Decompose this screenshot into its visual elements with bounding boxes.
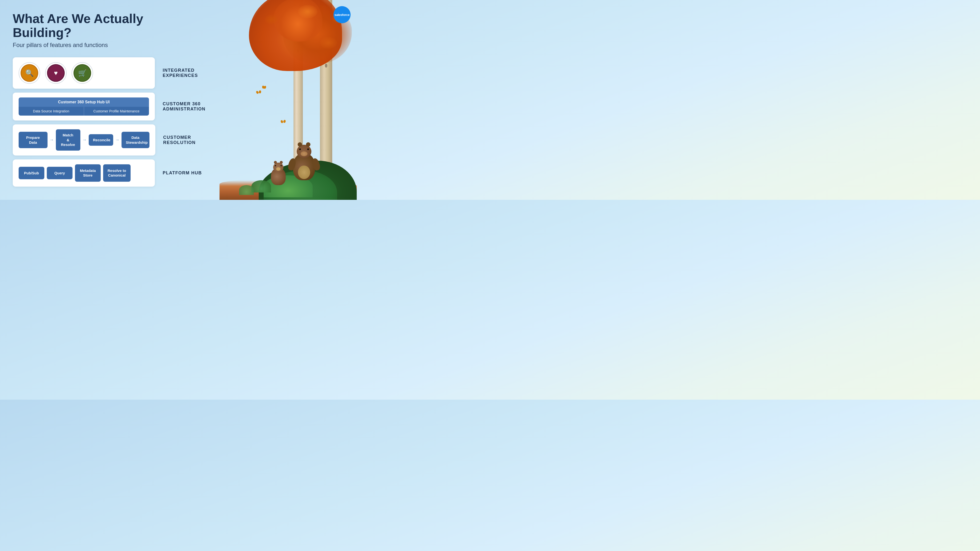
leaf-cluster-2 [298, 5, 318, 18]
pillar-card-platform: Pub/Sub Query MetadataStore Resolve toCa… [13, 159, 155, 187]
icons-row: 🔍 ♥ 🛒 [19, 62, 93, 84]
bear-eye-left [299, 148, 301, 150]
platform-flow: Pub/Sub Query MetadataStore Resolve toCa… [19, 164, 130, 182]
foliage-main [249, 0, 342, 71]
res-step-reconcile: Reconcile [89, 134, 113, 146]
arrow-icon-1: → [49, 137, 54, 143]
pillar-row-platform: Pub/Sub Query MetadataStore Resolve toCa… [13, 159, 201, 187]
pillar-label-integrated: INTEGRATED EXPERIENCES [163, 68, 216, 78]
icon-border-cart: 🛒 [72, 62, 93, 84]
search-icon: 🔍 [25, 69, 34, 77]
foliage-sub2 [274, 0, 323, 41]
leaf-cluster-4 [320, 37, 337, 49]
bear-small-snout [276, 167, 280, 171]
heart-icon-circle: ♥ [47, 64, 65, 82]
admin-top-bar: Customer 360 Setup Hub UI [19, 97, 149, 107]
salesforce-badge: salesforce [333, 6, 351, 23]
bush-dark [259, 160, 357, 200]
plat-step-query: Query [47, 167, 73, 179]
butterfly-2 [262, 86, 266, 88]
bear-small-eye-right [280, 165, 282, 166]
butterfly-1 [256, 90, 261, 94]
bush-light [264, 175, 313, 197]
main-content: What Are We Actually Building? Four pill… [0, 0, 213, 194]
heart-icon: ♥ [54, 69, 57, 77]
bush-small-2 [239, 185, 254, 195]
tree-trunk-right [320, 0, 332, 195]
bear-small-eye-left [275, 165, 276, 166]
bear-small-ear-right [280, 161, 283, 164]
bear-ear-left [298, 142, 302, 147]
bush-small [251, 180, 271, 192]
pillar-row-admin: Customer 360 Setup Hub UI Data Source In… [13, 92, 201, 121]
plat-step-metadata: MetadataStore [75, 164, 101, 182]
leaf-cluster-3 [265, 15, 278, 24]
admin-item-profile: Customer Profile Maintenance [84, 107, 149, 116]
pillar-row-resolution: Prepare Data → Match& Resolve → Reconcil… [13, 124, 201, 156]
page-subtitle: Four pillars of features and functions [13, 41, 201, 49]
pillars-container: 🔍 ♥ 🛒 INTEGRATED EXPERIENCES [13, 57, 201, 187]
arrow-icon-2: → [82, 137, 87, 143]
plat-step-pubsub: Pub/Sub [19, 167, 45, 179]
bear-ear-right [306, 142, 310, 147]
bear-main [293, 153, 315, 180]
pillar-card-resolution: Prepare Data → Match& Resolve → Reconcil… [13, 124, 155, 156]
res-step-stewardship: DataStewardship [121, 132, 150, 148]
icon-border-heart: ♥ [45, 62, 67, 84]
ground-cover [220, 180, 357, 200]
butterfly-3 [280, 120, 286, 124]
pillar-card-integrated: 🔍 ♥ 🛒 [13, 57, 155, 89]
bear-small-ear-left [274, 161, 277, 164]
admin-item-datasource: Data Source Integration [19, 107, 84, 116]
admin-bottom-row: Data Source Integration Customer Profile… [19, 107, 149, 116]
res-step-match: Match& Resolve [56, 129, 80, 151]
cart-icon: 🛒 [78, 69, 87, 77]
pillar-card-admin: Customer 360 Setup Hub UI Data Source In… [13, 92, 155, 121]
tree-trunk-left [294, 0, 303, 184]
admin-card-inner: Customer 360 Setup Hub UI Data Source In… [19, 97, 149, 116]
bush-mid [264, 170, 337, 200]
search-icon-circle: 🔍 [21, 64, 38, 82]
bear-arm-left [287, 157, 297, 171]
bear-snout [301, 151, 307, 156]
salesforce-logo: salesforce [332, 5, 352, 24]
icon-border-search: 🔍 [19, 62, 40, 84]
bear-belly [298, 165, 310, 179]
pillar-label-resolution: CUSTOMER RESOLUTION [163, 135, 217, 145]
pillar-label-platform: PLATFORM HUB [163, 170, 216, 176]
pillar-row-integrated: 🔍 ♥ 🛒 INTEGRATED EXPERIENCES [13, 57, 201, 89]
bear-eye-right [307, 148, 309, 150]
cart-icon-circle: 🛒 [73, 64, 91, 82]
page-title: What Are We Actually Building? [13, 12, 201, 40]
bear-arm-right [311, 157, 321, 171]
bear-small [271, 168, 286, 185]
pillar-label-admin: CUSTOMER 360 ADMINISTRATION [163, 102, 216, 112]
resolution-flow: Prepare Data → Match& Resolve → Reconcil… [19, 129, 150, 151]
background-illustration [220, 0, 357, 200]
res-step-prepare: Prepare Data [19, 132, 48, 148]
arrow-icon-3: → [115, 137, 119, 143]
plat-step-resolve: Resolve toCanonical [103, 164, 130, 182]
